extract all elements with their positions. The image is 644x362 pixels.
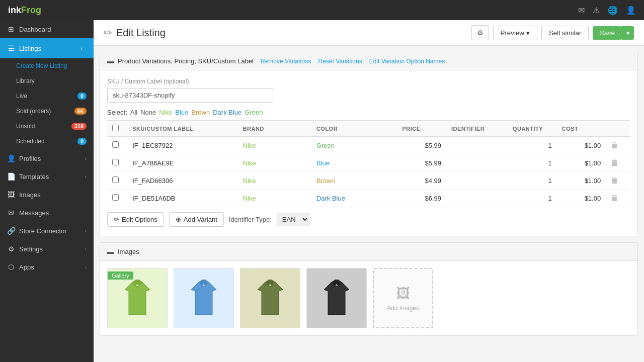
identifier-type-select[interactable]: EAN UPC ISBN <box>277 213 309 226</box>
table-row: IF_1EC87922 Nike Green $5.99 1 $1.00 🗑 <box>107 137 630 154</box>
row-color: Green <box>311 137 397 154</box>
dropdown-arrow-icon: ▾ <box>526 29 530 37</box>
row-sku: IF_A786AE9E <box>127 154 237 172</box>
sidebar-sub-scheduled[interactable]: Scheduled 0 <box>0 134 94 149</box>
sidebar-item-profiles[interactable]: 👤 Profiles › <box>0 149 94 167</box>
select-brown-link[interactable]: Brown <box>191 109 210 116</box>
select-none-link[interactable]: None <box>140 109 156 116</box>
profiles-icon: 👤 <box>7 154 15 162</box>
sidebar-sub-unsold[interactable]: Unsold 318 <box>0 119 94 134</box>
store-connector-icon: 🔗 <box>7 227 15 235</box>
section-title: Product Variations, Pricing, SKU/Custom … <box>118 57 254 65</box>
sidebar-item-listings[interactable]: ☰ Listings ‹ <box>0 38 94 58</box>
topbar: inkFrog ✉ ⚠ 🌐 👤 <box>0 0 644 20</box>
select-all-link[interactable]: All <box>130 109 137 116</box>
mail-icon[interactable]: ✉ <box>578 6 585 15</box>
edit-icon: ✏ <box>104 27 112 39</box>
table-row: IF_DE51A6DB Nike Dark Blue $6.99 1 $1.00… <box>107 190 630 207</box>
sidebar-item-images[interactable]: 🖼 Images <box>0 186 94 204</box>
topbar-icons: ✉ ⚠ 🌐 👤 <box>578 6 636 15</box>
row-identifier <box>446 154 508 172</box>
sidebar-item-label: Listings <box>19 45 41 52</box>
select-dark-blue-link[interactable]: Dark Blue <box>213 109 242 116</box>
alert-icon[interactable]: ⚠ <box>593 6 600 15</box>
user-icon[interactable]: 👤 <box>626 6 636 15</box>
row-price: $5.99 <box>397 137 447 154</box>
sidebar-item-templates[interactable]: 📄 Templates › <box>0 167 94 186</box>
row-cost: $1.00 <box>557 154 606 172</box>
live-badge: 0 <box>77 93 87 100</box>
gear-button[interactable]: ⚙ <box>471 25 489 40</box>
images-section: ▬ Images Gallery <box>100 242 638 336</box>
row-price: $4.99 <box>397 172 447 190</box>
col-header-cost: COST <box>557 121 606 137</box>
variations-section: ▬ Product Variations, Pricing, SKU/Custo… <box>100 52 638 236</box>
sidebar-item-store-connector[interactable]: 🔗 Store Connector › <box>0 222 94 240</box>
select-blue-link[interactable]: Blue <box>175 109 188 116</box>
content-area: ▬ Product Variations, Pricing, SKU/Custo… <box>94 46 644 362</box>
header-actions: ⚙ Preview ▾ Sell similar Save ▾ <box>471 25 634 40</box>
sidebar-item-messages[interactable]: ✉ Messages <box>0 204 94 222</box>
image-thumb-green[interactable]: Gallery <box>107 268 168 328</box>
remove-variations-link[interactable]: Remove Variations <box>261 58 311 65</box>
svg-marker-0 <box>125 282 150 315</box>
reset-variations-link[interactable]: Reset Variations <box>318 58 362 65</box>
listings-icon: ☰ <box>7 44 15 52</box>
sold-badge: 66 <box>74 108 87 115</box>
svg-marker-2 <box>191 282 216 315</box>
row-sku: IF_1EC87922 <box>127 137 237 154</box>
sidebar-item-apps[interactable]: ⬡ Apps › <box>0 258 94 276</box>
sidebar-collapse-button[interactable]: ‹ <box>76 43 87 53</box>
add-images-button[interactable]: 🖼 Add Images <box>373 268 433 328</box>
shirt-svg-blue <box>186 277 221 320</box>
svg-marker-4 <box>258 282 283 315</box>
row-checkbox-0[interactable] <box>112 141 119 148</box>
dashboard-icon: ⊞ <box>7 25 15 33</box>
image-thumb-olive[interactable] <box>240 268 300 328</box>
sidebar-sub-create-new-listing[interactable]: Create New Listing <box>0 58 94 73</box>
settings-icon: ⚙ <box>7 245 15 253</box>
sidebar-sub-sold[interactable]: Sold (orders) 66 <box>0 104 94 119</box>
sidebar-sub-library[interactable]: Library <box>0 73 94 88</box>
row-checkbox-2[interactable] <box>112 176 119 183</box>
edit-options-button[interactable]: ✏ Edit Options <box>107 212 164 227</box>
save-button[interactable]: Save <box>593 26 622 40</box>
minus-icon: ▬ <box>107 248 114 255</box>
sell-similar-button[interactable]: Sell similar <box>541 26 589 40</box>
select-nike-link[interactable]: Nike <box>159 109 172 116</box>
images-section-header: ▬ Images <box>100 243 637 261</box>
sidebar-item-label: Store Connector <box>19 227 67 235</box>
minus-icon: ▬ <box>107 57 114 65</box>
toolbar-row: ✏ Edit Options ⊕ Add Variant Identifier … <box>107 207 630 229</box>
page-header: ✏ Edit Listing ⚙ Preview ▾ Sell similar … <box>94 20 644 46</box>
sidebar-item-settings[interactable]: ⚙ Settings › <box>0 240 94 258</box>
sidebar-sub-label: Live <box>16 93 27 100</box>
row-brand: Nike <box>238 190 311 207</box>
page-title-text: Edit Listing <box>116 27 166 39</box>
select-row: Select: All None Nike Blue Brown Dark Bl… <box>107 109 630 116</box>
sidebar-item-label: Profiles <box>19 155 41 162</box>
row-cost: $1.00 <box>557 137 606 154</box>
image-thumb-blue[interactable] <box>174 268 234 328</box>
row-checkbox-1[interactable] <box>112 159 119 165</box>
sidebar-item-label: Images <box>19 191 41 199</box>
sidebar-sub-live[interactable]: Live 0 <box>0 88 94 104</box>
sku-input[interactable] <box>107 88 273 103</box>
add-variant-button[interactable]: ⊕ Add Variant <box>169 212 224 227</box>
select-all-checkbox[interactable] <box>112 125 119 131</box>
row-identifier <box>446 137 508 154</box>
sidebar-item-dashboard[interactable]: ⊞ Dashboard <box>0 20 94 38</box>
save-dropdown-button[interactable]: ▾ <box>622 26 634 40</box>
globe-icon[interactable]: 🌐 <box>608 6 618 15</box>
row-checkbox-3[interactable] <box>112 194 119 201</box>
row-quantity: 1 <box>508 172 557 190</box>
preview-button[interactable]: Preview ▾ <box>493 26 537 40</box>
delete-row-button[interactable]: 🗑 <box>611 141 619 149</box>
delete-row-button[interactable]: 🗑 <box>611 176 619 185</box>
select-green-link[interactable]: Green <box>245 109 263 116</box>
delete-row-button[interactable]: 🗑 <box>611 194 619 202</box>
edit-variation-option-names-link[interactable]: Edit Variation Option Names <box>369 58 445 65</box>
image-thumb-dark[interactable] <box>306 268 367 328</box>
delete-row-button[interactable]: 🗑 <box>611 158 619 167</box>
col-header-sku: SKU/CUSTOM LABEL <box>127 121 237 137</box>
